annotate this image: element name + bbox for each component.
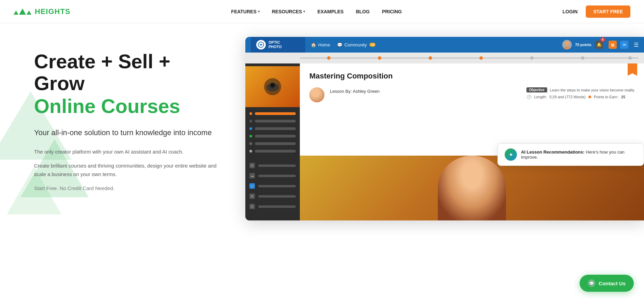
clock-icon: 🕐 bbox=[526, 95, 532, 99]
app-logo-text: OPTIC PHOTO bbox=[269, 40, 282, 49]
sidebar-icon-row-4[interactable]: ⊞ bbox=[245, 191, 300, 201]
hero-desc2: Create brilliant courses and thriving co… bbox=[34, 162, 218, 179]
logo-text: HEIGHTS bbox=[35, 7, 71, 16]
sidebar-section-2: ⊞ ☁ ● ⊞ bbox=[245, 160, 300, 212]
hero-title-line2: Online Courses bbox=[34, 94, 218, 118]
lesson-avatar bbox=[309, 87, 324, 102]
app-screenshot: OPTIC PHOTO 🏠 Home 💬 Community 19 bbox=[245, 37, 644, 220]
navbar: HEIGHTS FEATURES ▾ RESOURCES ▾ EXAMPLES … bbox=[0, 0, 644, 23]
hero-title-line1: Create + Sell + Grow bbox=[34, 51, 218, 94]
app-nav-community[interactable]: 💬 Community 19 bbox=[337, 42, 376, 47]
sidebar-item-4[interactable] bbox=[245, 132, 300, 140]
nav-links: FEATURES ▾ RESOURCES ▾ EXAMPLES BLOG PRI… bbox=[231, 9, 402, 14]
app-settings-button[interactable]: ▦ bbox=[609, 41, 617, 49]
svg-point-1 bbox=[565, 41, 569, 45]
progress-line bbox=[300, 57, 639, 59]
community-icon: 💬 bbox=[337, 42, 342, 47]
app-progress-bar bbox=[245, 53, 644, 63]
ai-icon: ✦ bbox=[505, 148, 517, 161]
sidebar-icon-row-3[interactable]: ● bbox=[245, 181, 300, 191]
community-badge: 19 bbox=[369, 43, 375, 47]
sidebar-item-5[interactable] bbox=[245, 140, 300, 147]
nav-blog[interactable]: BLOG bbox=[356, 9, 369, 14]
sidebar-item-1[interactable] bbox=[245, 110, 300, 117]
lesson-by: Lesson By: Ashley Green bbox=[330, 87, 380, 94]
hero-no-credit: Start Free. No Credit Card Needed. bbox=[34, 185, 218, 191]
svg-point-6 bbox=[271, 84, 274, 87]
sidebar-icon-2: ☁ bbox=[249, 173, 255, 178]
hamburger-menu-button[interactable]: ☰ bbox=[634, 42, 639, 48]
grid-icon: ▦ bbox=[611, 43, 614, 47]
hero-subtitle: Your all-in-one solution to turn knowled… bbox=[34, 127, 218, 138]
sidebar-item-3[interactable] bbox=[245, 125, 300, 132]
course-title: Mastering Composition bbox=[309, 72, 634, 81]
app-logo-area: OPTIC PHOTO bbox=[251, 37, 305, 53]
app-points: 70 points bbox=[575, 43, 592, 47]
app-sidebar: ⊞ ☁ ● ⊞ bbox=[245, 63, 300, 220]
sidebar-thumbnail bbox=[245, 66, 300, 107]
nav-pricing[interactable]: PRICING bbox=[382, 9, 402, 14]
login-link[interactable]: LOGIN bbox=[563, 9, 578, 14]
sidebar-icon-row-5[interactable]: ⊞ bbox=[245, 201, 300, 212]
lesson-meta: Lesson By: Ashley Green Objective Learn … bbox=[309, 87, 634, 102]
contact-us-label: Contact Us bbox=[599, 281, 626, 286]
points-value: 25 bbox=[621, 95, 625, 99]
hero-section: Create + Sell + Grow Online Courses Your… bbox=[0, 23, 644, 302]
app-topbar-right: 70 points 🔔 6 ▦ ✉ ☰ bbox=[562, 40, 639, 49]
points-dot-icon bbox=[588, 96, 591, 98]
app-nav-items: 🏠 Home 💬 Community 19 bbox=[305, 42, 562, 47]
nav-features[interactable]: FEATURES ▾ bbox=[231, 9, 259, 14]
nav-resources[interactable]: RESOURCES ▾ bbox=[272, 9, 305, 14]
logo-link[interactable]: HEIGHTS bbox=[14, 7, 71, 16]
start-free-button[interactable]: START FREE bbox=[586, 5, 630, 18]
sidebar-item-2[interactable] bbox=[245, 117, 300, 125]
length-label: Length: bbox=[534, 95, 547, 99]
sidebar-icon-row-2[interactable]: ☁ bbox=[245, 171, 300, 181]
notification-badge: 6 bbox=[600, 37, 605, 42]
sidebar-icon-1: ⊞ bbox=[249, 163, 255, 168]
lesson-length-row: 🕐 Length: 5:29 and (772 Words) Points to… bbox=[526, 95, 634, 99]
bell-icon: 🔔 bbox=[597, 42, 602, 47]
app-avatar bbox=[562, 40, 572, 49]
ai-banner: ✦ AI Lesson Recommendations: Here's how … bbox=[497, 143, 644, 166]
hero-right: OPTIC PHOTO 🏠 Home 💬 Community 19 bbox=[239, 30, 644, 220]
objective-badge: Objective bbox=[526, 87, 547, 92]
contact-us-button[interactable]: 💬 Contact Us bbox=[580, 275, 634, 292]
sidebar-thumb-img bbox=[245, 66, 300, 107]
lesson-objective-row: Objective Learn the steps to make your v… bbox=[526, 87, 634, 92]
features-chevron-icon: ▾ bbox=[258, 10, 260, 13]
chat-icon: 💬 bbox=[588, 279, 595, 287]
person-photo bbox=[438, 156, 506, 220]
course-panel: Mastering Composition Lesson By: Ashley … bbox=[300, 63, 644, 156]
svg-point-2 bbox=[564, 46, 570, 49]
mail-icon: ✉ bbox=[623, 43, 626, 47]
app-logo-icon bbox=[256, 40, 266, 49]
sidebar-icon-row-1[interactable]: ⊞ bbox=[245, 160, 300, 171]
sidebar-icon-3: ● bbox=[249, 183, 255, 189]
resources-chevron-icon: ▾ bbox=[303, 10, 305, 13]
home-icon: 🏠 bbox=[311, 42, 316, 47]
sidebar-icon-4: ⊞ bbox=[249, 193, 255, 199]
length-value: 5:29 and (772 Words) bbox=[549, 95, 585, 99]
hero-left: Create + Sell + Grow Online Courses Your… bbox=[0, 30, 239, 212]
logo-icon bbox=[14, 9, 31, 15]
ai-banner-text: AI Lesson Recommendations: Here's how yo… bbox=[521, 149, 637, 160]
points-label: Points to Earn: bbox=[594, 95, 618, 99]
app-nav-home[interactable]: 🏠 Home bbox=[311, 42, 330, 47]
app-content: Mastering Composition Lesson By: Ashley … bbox=[300, 63, 644, 220]
app-mail-button[interactable]: ✉ bbox=[620, 41, 628, 49]
lesson-info-right: Objective Learn the steps to make your v… bbox=[526, 87, 634, 99]
app-main: ⊞ ☁ ● ⊞ bbox=[245, 63, 644, 220]
objective-text: Learn the steps to make your vision beco… bbox=[550, 88, 634, 92]
nav-right: LOGIN START FREE bbox=[563, 5, 630, 18]
sidebar-icon-5: ⊞ bbox=[249, 204, 255, 209]
sidebar-item-6[interactable] bbox=[245, 147, 300, 155]
nav-examples[interactable]: EXAMPLES bbox=[317, 9, 343, 14]
app-topbar: OPTIC PHOTO 🏠 Home 💬 Community 19 bbox=[245, 37, 644, 53]
sidebar-nav bbox=[245, 110, 300, 155]
hero-desc1: The only creator platform with your own … bbox=[34, 148, 218, 156]
